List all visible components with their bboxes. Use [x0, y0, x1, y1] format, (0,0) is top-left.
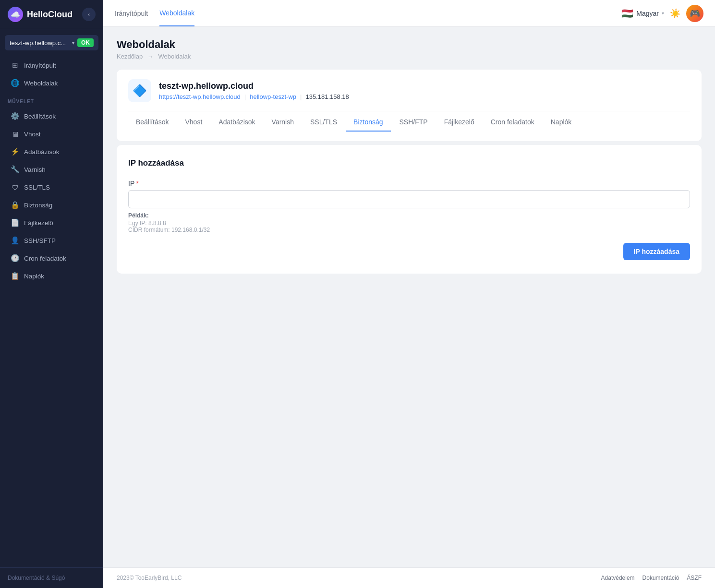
- sidebar-item-cron-feladatok[interactable]: 🕐Cron feladatok: [3, 250, 100, 267]
- language-name: Magyar: [636, 10, 659, 17]
- topnav-links: IrányítópultWeboldalak: [115, 0, 194, 26]
- sidebar-item-biztonsag[interactable]: 🔒Biztonság: [3, 196, 100, 214]
- user-avatar[interactable]: 🎮: [686, 5, 703, 22]
- footer-links: AdatvédelemDokumentációÁSZF: [601, 575, 702, 581]
- page-footer: 2023© TooEarlyBird, LLC AdatvédelemDokum…: [103, 567, 715, 588]
- site-tabs: BeállításokVhostAdatbázisokVarnishSSL/TL…: [128, 111, 690, 132]
- footer-link-aszf[interactable]: ÁSZF: [687, 575, 702, 581]
- sidebar-item-label: Biztonság: [24, 202, 52, 209]
- sidebar-item-adatbazisok[interactable]: ⚡Adatbázisok: [3, 143, 100, 160]
- site-selector-text: teszt-wp.hellowp.c...: [10, 39, 69, 47]
- tab-adatbazisok[interactable]: Adatbázisok: [211, 113, 263, 132]
- breadcrumb-separator: →: [147, 53, 156, 60]
- site-selector[interactable]: teszt-wp.hellowp.c... ▾ OK: [5, 35, 98, 50]
- topnav-link-iranyitopult[interactable]: Irányítópult: [115, 1, 148, 26]
- form-hints: Példák: Egy IP: 8.8.8.8 CIDR formátum: 1…: [128, 212, 690, 233]
- sidebar-item-weboldalak[interactable]: 🌐Weboldalak: [3, 74, 100, 92]
- site-slug-link[interactable]: hellowp-teszt-wp: [250, 93, 296, 100]
- topnav-right: 🇭🇺 Magyar ▾ ☀️ 🎮: [621, 5, 703, 22]
- examples-label: Példák:: [128, 212, 690, 219]
- breadcrumb-home: Kezdőlap: [117, 53, 143, 60]
- ssh-sftp-icon: 👤: [11, 236, 19, 245]
- site-card: 🔷 teszt-wp.hellowp.cloud https://teszt-w…: [117, 70, 702, 141]
- footer-link-dokumentáció[interactable]: Dokumentáció: [642, 575, 679, 581]
- form-actions: IP hozzáadása: [128, 243, 690, 260]
- beallitasok-icon: ⚙️: [11, 112, 19, 120]
- sidebar-item-fajlkezelo[interactable]: 📄Fájlkezelő: [3, 214, 100, 231]
- sidebar-item-label: Varnish: [24, 166, 46, 173]
- sidebar-operations: ⚙️Beállítások🖥Vhost⚡Adatbázisok🔧Varnish🛡…: [0, 107, 103, 285]
- sidebar-item-label: Beállítások: [24, 113, 56, 120]
- footer-link-adatvédelem[interactable]: Adatvédelem: [601, 575, 635, 581]
- naplok-icon: 📋: [11, 272, 19, 280]
- logo-icon: ☁️: [8, 7, 23, 22]
- sidebar-footer[interactable]: Dokumentáció & Súgó: [0, 567, 103, 588]
- sidebar-item-label: Weboldalak: [24, 80, 58, 87]
- sidebar-item-label: Fájlkezelő: [24, 219, 53, 227]
- sidebar-section-label: MŰVELET: [0, 92, 103, 107]
- flag-icon: 🇭🇺: [621, 8, 633, 19]
- theme-toggle-button[interactable]: ☀️: [670, 8, 680, 19]
- site-url-link[interactable]: https://teszt-wp.hellowp.cloud: [159, 93, 241, 100]
- tab-vhost[interactable]: Vhost: [177, 113, 210, 132]
- tab-ssl-tls[interactable]: SSL/TLS: [303, 113, 345, 132]
- sidebar-item-label: Naplók: [24, 273, 44, 280]
- weboldalak-icon: 🌐: [11, 79, 19, 87]
- tab-beallitasok[interactable]: Beállítások: [128, 113, 176, 132]
- site-icon: 🔷: [128, 79, 151, 102]
- sidebar-item-label: Irányítópult: [24, 62, 56, 69]
- sidebar-back-button[interactable]: ‹: [82, 8, 96, 21]
- site-ip: 135.181.158.18: [305, 93, 349, 100]
- copyright-text: 2023© TooEarlyBird, LLC: [117, 575, 182, 581]
- sidebar-item-label: Adatbázisok: [24, 148, 60, 156]
- chevron-down-icon: ▾: [662, 11, 664, 16]
- iranyitopult-icon: ⊞: [11, 61, 19, 70]
- sidebar-item-varnish[interactable]: 🔧Varnish: [3, 161, 100, 178]
- sidebar-item-label: Vhost: [24, 131, 41, 138]
- sidebar-item-label: SSL/TLS: [24, 184, 50, 191]
- page-title: Weboldalak: [117, 38, 702, 51]
- fajlkezelo-icon: 📄: [11, 218, 19, 227]
- ip-input[interactable]: [128, 190, 690, 208]
- page-content: Weboldalak Kezdőlap → Weboldalak 🔷 teszt…: [103, 27, 715, 567]
- chevron-down-icon: ▾: [72, 40, 74, 46]
- sidebar-item-label: Cron feladatok: [24, 255, 66, 262]
- sidebar-item-vhost[interactable]: 🖥Vhost: [3, 125, 100, 143]
- site-selector-ok[interactable]: OK: [77, 38, 94, 47]
- language-selector[interactable]: 🇭🇺 Magyar ▾: [621, 8, 664, 19]
- form-section-title: IP hozzáadása: [128, 158, 690, 168]
- topnav-link-weboldalak[interactable]: Weboldalak: [159, 0, 194, 26]
- breadcrumb: Kezdőlap → Weboldalak: [117, 53, 702, 60]
- biztonsag-icon: 🔒: [11, 201, 19, 209]
- tab-varnish[interactable]: Varnish: [264, 113, 302, 132]
- sidebar-item-beallitasok[interactable]: ⚙️Beállítások: [3, 108, 100, 125]
- breadcrumb-current: Weboldalak: [158, 53, 191, 60]
- ip-label: IP *: [128, 180, 690, 187]
- sidebar: ☁️ HelloCloud ‹ teszt-wp.hellowp.c... ▾ …: [0, 0, 103, 588]
- topnav: IrányítópultWeboldalak 🇭🇺 Magyar ▾ ☀️ 🎮: [103, 0, 715, 27]
- vhost-icon: 🖥: [11, 130, 19, 138]
- site-name: teszt-wp.hellowp.cloud: [159, 81, 690, 91]
- tab-biztonsag[interactable]: Biztonság: [346, 113, 390, 132]
- tab-naplok[interactable]: Naplók: [543, 113, 580, 132]
- tab-ssh-ftp[interactable]: SSH/FTP: [392, 113, 436, 132]
- sidebar-item-iranyitopult[interactable]: ⊞Irányítópult: [3, 57, 100, 74]
- site-card-header: 🔷 teszt-wp.hellowp.cloud https://teszt-w…: [128, 79, 690, 102]
- link-separator-2: |: [300, 93, 302, 100]
- tab-cron-feladatok[interactable]: Cron feladatok: [483, 113, 542, 132]
- logo-text: HelloCloud: [27, 10, 73, 20]
- ip-form-group: IP * Példák: Egy IP: 8.8.8.8 CIDR formát…: [128, 180, 690, 233]
- main-content: IrányítópultWeboldalak 🇭🇺 Magyar ▾ ☀️ 🎮 …: [103, 0, 715, 588]
- submit-ip-button[interactable]: IP hozzáadása: [623, 243, 690, 260]
- sidebar-item-ssl-tls[interactable]: 🛡SSL/TLS: [3, 179, 100, 196]
- ssl-tls-icon: 🛡: [11, 183, 19, 192]
- sidebar-logo: ☁️ HelloCloud ‹: [0, 0, 103, 29]
- sidebar-item-ssh-sftp[interactable]: 👤SSH/SFTP: [3, 232, 100, 249]
- form-card: IP hozzáadása IP * Példák: Egy IP: 8.8.8…: [117, 145, 702, 274]
- site-links: https://teszt-wp.hellowp.cloud | hellowp…: [159, 93, 690, 100]
- tab-fajlkezelo[interactable]: Fájlkezelő: [436, 113, 482, 132]
- example-2: CIDR formátum: 192.168.0.1/32: [128, 227, 690, 233]
- sidebar-item-naplok[interactable]: 📋Naplók: [3, 267, 100, 285]
- adatbazisok-icon: ⚡: [11, 147, 19, 156]
- required-indicator: *: [136, 180, 138, 187]
